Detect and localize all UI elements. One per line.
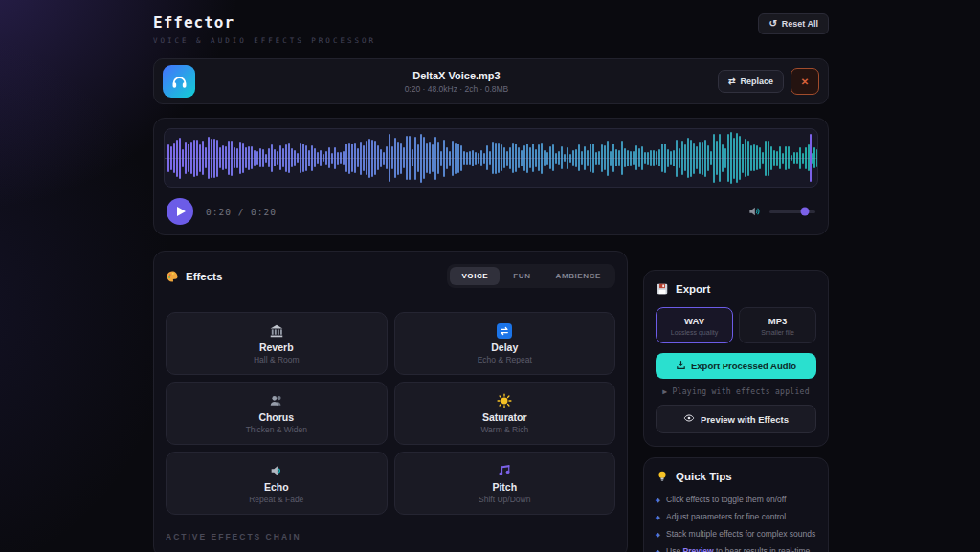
tip-item: ◆Click effects to toggle them on/off — [656, 495, 816, 505]
volume-thumb[interactable] — [801, 208, 810, 216]
waveform-centerline — [165, 158, 817, 159]
effects-title: Effects — [186, 271, 222, 282]
file-name: DeltaX Voice.mp3 — [195, 70, 718, 81]
right-column: Export WAVLossless qualityMP3Smaller fil… — [643, 270, 829, 552]
time-display: 0:20 / 0:20 — [206, 207, 277, 217]
effect-card-reverb[interactable]: ReverbHall & Room — [166, 312, 388, 375]
volume-group — [747, 205, 815, 218]
notes-icon — [497, 463, 512, 479]
replace-icon: ⇄ — [728, 77, 736, 86]
format-desc: Smaller file — [742, 329, 813, 336]
effect-desc: Hall & Room — [254, 355, 300, 364]
playing-icon: ▶ — [662, 387, 667, 396]
export-audio-button[interactable]: Export Processed Audio — [656, 353, 816, 379]
tip-bullet-icon: ◆ — [656, 495, 660, 505]
effect-name: Chorus — [258, 411, 294, 423]
reset-icon: ↺ — [768, 19, 776, 29]
tip-bullet-icon: ◆ — [656, 512, 660, 522]
effects-tabs: VOICEFUNAMBIENCE — [447, 264, 615, 288]
preview-button[interactable]: Preview with Effects — [656, 405, 816, 433]
effect-desc: Repeat & Fade — [249, 495, 303, 504]
reset-all-label: Reset All — [782, 19, 818, 29]
remove-file-button[interactable]: ✕ — [791, 68, 819, 95]
effect-card-echo[interactable]: EchoRepeat & Fade — [166, 452, 388, 515]
close-icon: ✕ — [801, 77, 809, 87]
effect-card-chorus[interactable]: ChorusThicken & Widen — [166, 382, 388, 445]
file-info: DeltaX Voice.mp3 0:20 · 48.0kHz · 2ch · … — [195, 70, 718, 94]
waveform-panel[interactable] — [164, 128, 818, 188]
export-button-label: Export Processed Audio — [691, 361, 796, 371]
effects-header: Effects VOICEFUNAMBIENCE — [166, 264, 615, 288]
tip-bullet-icon: ◆ — [656, 529, 660, 540]
effect-name: Echo — [264, 481, 289, 493]
tips-list: ◆Click effects to toggle them on/off◆Adj… — [656, 495, 816, 552]
format-wav-button[interactable]: WAVLossless quality — [656, 307, 733, 343]
tip-item: ◆Stack multiple effects for complex soun… — [656, 529, 816, 540]
file-meta: 0:20 · 48.0kHz · 2ch · 0.8MB — [195, 84, 718, 94]
tip-text: Adjust parameters for fine control — [666, 512, 786, 522]
headphones-icon — [163, 65, 195, 98]
people-icon — [269, 393, 284, 409]
effect-name: Pitch — [492, 481, 517, 493]
tab-voice[interactable]: VOICE — [450, 267, 500, 285]
effect-desc: Shift Up/Down — [479, 495, 530, 504]
format-label: MP3 — [742, 316, 813, 326]
tip-item: ◆Use Preview to hear results in real-tim… — [656, 546, 816, 552]
effect-desc: Thicken & Widen — [246, 425, 307, 434]
effect-card-saturator[interactable]: SaturatorWarm & Rich — [394, 382, 616, 445]
tip-text: Use Preview to hear results in real-time — [666, 546, 810, 552]
floppy-disk-icon — [656, 282, 669, 296]
quick-tips-panel: Quick Tips ◆Click effects to toggle them… — [643, 457, 829, 552]
tab-ambience[interactable]: AMBIENCE — [545, 267, 612, 285]
waveform-card: 0:20 / 0:20 — [153, 118, 829, 235]
app-title: Effector — [153, 13, 376, 32]
time-separator: / — [238, 207, 251, 217]
bank-icon — [269, 323, 284, 340]
replace-label: Replace — [740, 77, 773, 86]
effects-panel: Effects VOICEFUNAMBIENCE ReverbHall & Ro… — [153, 251, 628, 552]
effect-card-pitch[interactable]: PitchShift Up/Down — [394, 452, 616, 515]
tip-text: Stack multiple effects for complex sound… — [666, 529, 815, 540]
effect-name: Delay — [491, 342, 518, 353]
reset-all-button[interactable]: ↺ Reset All — [758, 13, 829, 34]
tab-fun[interactable]: FUN — [501, 267, 542, 285]
speaker-icon — [269, 463, 284, 479]
palette-icon — [166, 270, 179, 283]
download-icon — [676, 360, 686, 372]
effect-card-delay[interactable]: DelayEcho & Repeat — [394, 312, 616, 375]
content-columns: Effects VOICEFUNAMBIENCE ReverbHall & Ro… — [153, 251, 829, 552]
duration: 0:20 — [251, 207, 277, 217]
replace-button[interactable]: ⇄ Replace — [718, 70, 784, 93]
eye-icon — [683, 412, 695, 426]
play-icon — [177, 207, 186, 216]
tips-title: Quick Tips — [676, 471, 732, 482]
format-desc: Lossless quality — [658, 329, 730, 336]
effects-grid: ReverbHall & RoomDelayEcho & RepeatChoru… — [166, 312, 615, 515]
playhead-cursor[interactable] — [810, 134, 812, 182]
effect-name: Reverb — [259, 342, 294, 353]
tips-header: Quick Tips — [656, 470, 816, 483]
current-time: 0:20 — [206, 207, 232, 217]
playback-status-label: Playing with effects applied — [672, 387, 809, 396]
repeat-icon — [497, 323, 512, 340]
play-button[interactable] — [167, 198, 193, 225]
active-effects-chain-label: ACTIVE EFFECTS CHAIN — [166, 532, 615, 541]
volume-icon — [747, 205, 761, 218]
sun-icon — [497, 393, 512, 409]
effect-name: Saturator — [482, 411, 527, 423]
lightbulb-icon — [656, 470, 669, 483]
file-card: DeltaX Voice.mp3 0:20 · 48.0kHz · 2ch · … — [153, 58, 829, 104]
playback-status: ▶ Playing with effects applied — [656, 387, 816, 396]
header: Effector VOICE & AUDIO EFFECTS PROCESSOR… — [153, 11, 829, 45]
app-subtitle: VOICE & AUDIO EFFECTS PROCESSOR — [153, 36, 376, 45]
export-title: Export — [676, 283, 710, 295]
format-mp3-button[interactable]: MP3Smaller file — [739, 307, 816, 343]
export-header: Export — [656, 282, 816, 296]
header-titles: Effector VOICE & AUDIO EFFECTS PROCESSOR — [153, 13, 376, 45]
volume-slider[interactable] — [769, 210, 815, 213]
tip-bullet-icon: ◆ — [656, 546, 660, 552]
tip-text: Click effects to toggle them on/off — [666, 495, 786, 505]
tip-item: ◆Adjust parameters for fine control — [656, 512, 816, 522]
format-label: WAV — [658, 316, 730, 326]
effect-desc: Warm & Rich — [480, 425, 528, 434]
